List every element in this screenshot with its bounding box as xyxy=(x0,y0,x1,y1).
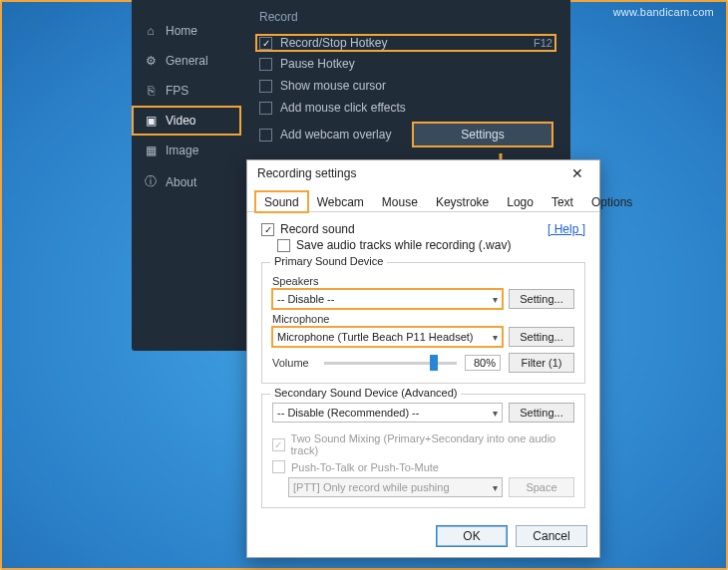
slider-thumb[interactable] xyxy=(430,355,438,371)
sidebar-item-fps[interactable]: ⎘ FPS xyxy=(132,76,241,106)
hotkey-value: F12 xyxy=(534,37,552,49)
checkbox-icon[interactable] xyxy=(259,58,272,71)
sidebar-item-label: Image xyxy=(166,143,198,157)
filter-button[interactable]: Filter (1) xyxy=(509,353,574,373)
fps-icon: ⎘ xyxy=(144,84,158,98)
sidebar-item-about[interactable]: ⓘ About xyxy=(132,165,241,198)
dialog-title: Recording settings xyxy=(257,166,356,180)
volume-label: Volume xyxy=(272,357,316,369)
tab-sound[interactable]: Sound xyxy=(255,191,308,212)
speakers-setting-button[interactable]: Setting... xyxy=(509,289,574,309)
secondary-combo[interactable]: -- Disable (Recommended) -- ▾ xyxy=(272,403,503,423)
ptt-key-button: Space xyxy=(509,477,574,497)
tab-text[interactable]: Text xyxy=(543,191,582,212)
sidebar-item-image[interactable]: ▦ Image xyxy=(132,136,241,165)
checkbox-icon[interactable] xyxy=(259,129,272,142)
chevron-down-icon: ▾ xyxy=(493,408,498,419)
sidebar-item-label: Video xyxy=(166,114,195,128)
save-wav-checkbox[interactable] xyxy=(277,239,290,252)
recording-settings-dialog: Recording settings ✕ Sound Webcam Mouse … xyxy=(246,159,600,558)
cancel-button[interactable]: Cancel xyxy=(516,525,587,547)
record-sound-checkbox[interactable] xyxy=(261,223,274,236)
sidebar-item-video[interactable]: ▣ Video xyxy=(132,106,241,136)
combo-value: -- Disable (Recommended) -- xyxy=(277,407,419,419)
combo-value: [PTT] Only record while pushing xyxy=(293,481,450,493)
chevron-down-icon: ▾ xyxy=(493,294,498,305)
watermark: www.bandicam.com xyxy=(613,6,714,18)
sidebar-item-label: FPS xyxy=(166,84,188,98)
image-icon: ▦ xyxy=(144,143,158,157)
tab-webcam[interactable]: Webcam xyxy=(308,191,373,212)
desktop-background: www.bandicam.com ⌂ Home ⚙ General ⎘ FPS … xyxy=(0,0,728,570)
option-label: Record/Stop Hotkey xyxy=(280,36,387,50)
secondary-setting-button[interactable]: Setting... xyxy=(509,403,574,423)
group-legend: Secondary Sound Device (Advanced) xyxy=(270,387,461,399)
microphone-setting-button[interactable]: Setting... xyxy=(509,327,574,347)
settings-button[interactable]: Settings xyxy=(413,123,552,146)
combo-value: Microphone (Turtle Beach P11 Headset) xyxy=(277,331,473,343)
chevron-down-icon: ▾ xyxy=(493,482,498,493)
sidebar: ⌂ Home ⚙ General ⎘ FPS ▣ Video ▦ Image ⓘ… xyxy=(132,0,241,351)
ptt-mode-combo: [PTT] Only record while pushing ▾ xyxy=(288,477,503,497)
section-title: Record xyxy=(259,10,552,24)
two-sound-mixing-label: Two Sound Mixing (Primary+Secondary into… xyxy=(291,432,574,456)
dialog-tabs: Sound Webcam Mouse Keystroke Logo Text O… xyxy=(247,190,599,212)
info-icon: ⓘ xyxy=(144,173,158,190)
chevron-down-icon: ▾ xyxy=(493,332,498,343)
close-button[interactable]: ✕ xyxy=(563,166,591,180)
gear-icon: ⚙ xyxy=(144,54,158,68)
sidebar-item-label: About xyxy=(166,175,196,189)
help-link[interactable]: [ Help ] xyxy=(547,222,585,236)
tab-keystroke[interactable]: Keystroke xyxy=(427,191,498,212)
sidebar-item-label: Home xyxy=(166,24,197,38)
option-webcam-overlay[interactable]: Add webcam overlay Settings xyxy=(259,119,552,150)
option-show-cursor[interactable]: Show mouse cursor xyxy=(259,75,552,97)
option-label: Pause Hotkey xyxy=(280,57,355,71)
checkbox-icon[interactable] xyxy=(259,102,272,115)
combo-value: -- Disable -- xyxy=(277,293,334,305)
sidebar-item-label: General xyxy=(166,54,208,68)
tab-options[interactable]: Options xyxy=(582,191,641,212)
microphone-label: Microphone xyxy=(272,313,574,325)
volume-percent: 80% xyxy=(465,355,501,371)
group-legend: Primary Sound Device xyxy=(270,255,387,267)
save-wav-label: Save audio tracks while recording (.wav) xyxy=(296,238,511,252)
home-icon: ⌂ xyxy=(144,24,158,38)
speakers-label: Speakers xyxy=(272,275,574,287)
ptt-label: Push-To-Talk or Push-To-Mute xyxy=(291,461,439,473)
record-sound-label: Record sound xyxy=(280,222,355,236)
ok-button[interactable]: OK xyxy=(436,525,508,547)
option-label: Show mouse cursor xyxy=(280,79,386,93)
speakers-combo[interactable]: -- Disable -- ▾ xyxy=(272,289,503,309)
two-sound-mixing-checkbox xyxy=(272,438,285,451)
secondary-sound-group: Secondary Sound Device (Advanced) -- Dis… xyxy=(261,394,585,508)
checkbox-icon[interactable] xyxy=(259,80,272,93)
ptt-checkbox xyxy=(272,460,285,473)
option-label: Add mouse click effects xyxy=(280,101,406,115)
option-record-hotkey[interactable]: Record/Stop Hotkey F12 xyxy=(255,34,556,52)
option-click-effects[interactable]: Add mouse click effects xyxy=(259,97,552,119)
microphone-combo[interactable]: Microphone (Turtle Beach P11 Headset) ▾ xyxy=(272,327,503,347)
primary-sound-group: Primary Sound Device Speakers -- Disable… xyxy=(261,262,585,384)
tab-mouse[interactable]: Mouse xyxy=(373,191,427,212)
tab-logo[interactable]: Logo xyxy=(498,191,543,212)
option-pause-hotkey[interactable]: Pause Hotkey xyxy=(259,53,552,75)
sidebar-item-general[interactable]: ⚙ General xyxy=(132,46,241,76)
checkbox-icon[interactable] xyxy=(259,37,272,50)
volume-slider[interactable] xyxy=(324,356,457,370)
video-icon: ▣ xyxy=(144,114,158,128)
option-label: Add webcam overlay xyxy=(280,128,391,142)
sidebar-item-home[interactable]: ⌂ Home xyxy=(132,16,241,46)
